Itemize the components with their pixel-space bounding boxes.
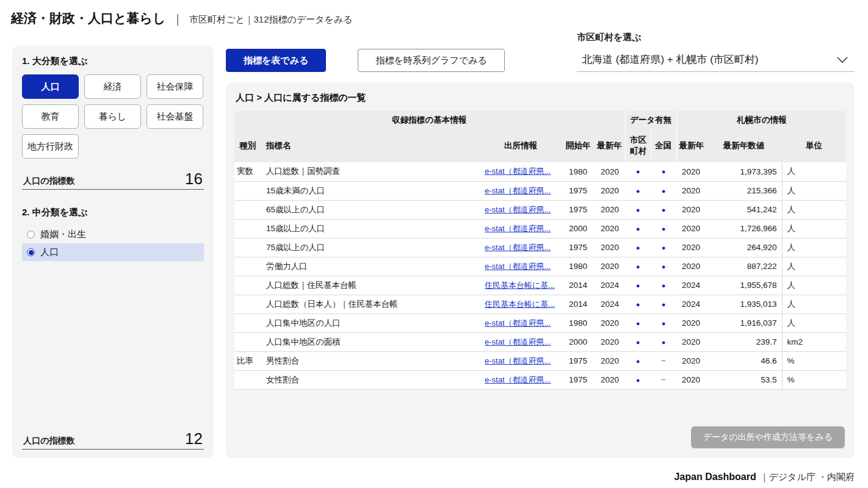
main-panel: 人口 > 人口に属する指標の一覧 収録指標の基本情報 データ有無 札幌市の情報 … — [226, 82, 855, 458]
page-subtitle: 市区町村ごと｜312指標のデータをみる — [189, 14, 353, 26]
category-button-2[interactable]: 社会保障 — [146, 74, 203, 99]
page-title: 経済・財政・人口と暮らし — [11, 10, 165, 27]
municipal-data-mark: ● — [625, 219, 651, 238]
category-button-1[interactable]: 経済 — [84, 74, 141, 99]
table-row: 人口集中地区の面積 e-stat（都道府県... 2000 2020 ● ● 2… — [234, 332, 846, 351]
row-unit: 人 — [782, 219, 846, 238]
page-header: 経済・財政・人口と暮らし ｜ 市区町村ごと｜312指標のデータをみる — [11, 10, 353, 27]
category-button-5[interactable]: 社会基盤 — [146, 104, 203, 129]
view-tabs: 指標を表でみる指標を時系列グラフでみる — [226, 49, 505, 72]
row-value: 53.5 — [706, 370, 782, 389]
indicator-table: 収録指標の基本情報 データ有無 札幌市の情報 種別 指標名 出所情報 開始年 最… — [234, 111, 846, 390]
row-indicator-name: 人口集中地区の面積 — [261, 332, 480, 351]
table-column-header-row: 種別 指標名 出所情報 開始年 最新年 市区町村 全国 最新年 最新年数値 単位 — [234, 129, 846, 162]
row-unit: 人 — [782, 295, 846, 314]
source-link[interactable]: e-stat（都道府県... — [485, 224, 551, 233]
source-link[interactable]: e-stat（都道府県... — [485, 337, 551, 346]
category-button-6[interactable]: 地方行財政 — [22, 134, 79, 159]
municipal-data-mark: ● — [625, 162, 651, 181]
table-row: 人口総数（日本人）｜住民基本台帳 住民基本台帳に基... 2014 2024 ●… — [234, 295, 846, 314]
row-unit: 人 — [782, 200, 846, 219]
data-source-button[interactable]: データの出所や作成方法等をみる — [691, 426, 845, 448]
source-link[interactable]: e-stat（都道府県... — [485, 205, 551, 214]
municipal-data-mark: ● — [625, 351, 651, 370]
subcategory-label: 婚姻・出生 — [40, 229, 86, 240]
source-link[interactable]: 住民基本台帳に基... — [485, 300, 555, 309]
row-latest-year: 2020 — [595, 238, 625, 257]
count-label: 人口の指標数 — [23, 176, 74, 187]
municipal-data-mark: ● — [625, 370, 651, 389]
source-link[interactable]: e-stat（都道府県... — [485, 262, 551, 271]
row-unit: 人 — [782, 314, 846, 332]
category-grid: 人口経済社会保障教育暮らし社会基盤地方行財政 — [22, 74, 204, 159]
major-category-count: 人口の指標数 16 — [22, 163, 204, 190]
chevron-down-icon — [836, 56, 848, 63]
source-link[interactable]: e-stat（都道府県... — [485, 375, 551, 384]
row-unit: 人 — [782, 238, 846, 257]
row-type — [234, 181, 261, 200]
category-button-4[interactable]: 暮らし — [84, 104, 141, 129]
row-indicator-name: 労働力人口 — [261, 257, 480, 276]
table-group-header-row: 収録指標の基本情報 データ有無 札幌市の情報 — [234, 111, 846, 129]
row-type: 実数 — [234, 162, 261, 181]
row-start-year: 1980 — [562, 162, 595, 181]
sub-category-count: 人口の指標数 12 — [22, 423, 204, 450]
row-value-year: 2020 — [676, 370, 706, 389]
municipal-data-mark: ● — [625, 257, 651, 276]
row-start-year: 1975 — [562, 238, 595, 257]
national-data-mark: ● — [651, 276, 676, 295]
national-data-mark: ● — [651, 162, 676, 181]
national-data-mark: ● — [651, 219, 676, 238]
row-indicator-name: 15歳以上の人口 — [261, 219, 480, 238]
row-type — [234, 332, 261, 351]
source-link[interactable]: e-stat（都道府県... — [485, 318, 551, 328]
row-unit: 人 — [782, 276, 846, 295]
municipal-data-mark: ● — [625, 332, 651, 351]
row-latest-year: 2020 — [595, 257, 625, 276]
source-link[interactable]: 住民基本台帳に基... — [485, 281, 555, 290]
row-value-year: 2020 — [676, 162, 706, 181]
national-data-mark: ● — [651, 332, 676, 351]
source-link[interactable]: e-stat（都道府県... — [485, 243, 551, 252]
col-header-type: 種別 — [234, 129, 261, 162]
subcategory-option-0[interactable]: 婚姻・出生 — [22, 226, 204, 243]
row-type: 比率 — [234, 351, 261, 370]
municipal-data-mark: ● — [625, 238, 651, 257]
national-data-mark: ● — [651, 238, 676, 257]
row-indicator-name: 男性割合 — [261, 351, 480, 370]
source-link[interactable]: e-stat（都道府県... — [485, 356, 551, 365]
row-value: 541,242 — [706, 200, 782, 219]
row-value: 215,366 — [706, 181, 782, 200]
row-value-year: 2020 — [676, 351, 706, 370]
row-indicator-name: 15歳未満の人口 — [261, 181, 480, 200]
tab-graph-view[interactable]: 指標を時系列グラフでみる — [358, 49, 504, 72]
col-header-indicator-name: 指標名 — [261, 129, 480, 162]
row-value: 1,973,395 — [706, 162, 782, 181]
row-latest-year: 2020 — [595, 162, 625, 181]
subcategory-list: 婚姻・出生人口 — [22, 226, 204, 261]
row-start-year: 2000 — [562, 219, 595, 238]
row-unit: km2 — [782, 332, 846, 351]
col-header-municipality: 市区町村 — [625, 129, 651, 162]
category-button-0[interactable]: 人口 — [22, 74, 79, 99]
category-button-3[interactable]: 教育 — [22, 104, 79, 129]
count-value: 16 — [185, 171, 203, 187]
col-header-latest-year: 最新年 — [595, 129, 625, 162]
row-value: 264,920 — [706, 238, 782, 257]
row-indicator-name: 人口総数｜国勢調査 — [261, 162, 480, 181]
source-link[interactable]: e-stat（都道府県... — [485, 167, 551, 176]
tab-table-view[interactable]: 指標を表でみる — [226, 49, 326, 72]
col-header-national: 全国 — [651, 129, 676, 162]
row-value-year: 2020 — [676, 238, 706, 257]
region-select[interactable]: 北海道 (都道府県) + 札幌市 (市区町村) — [577, 48, 855, 72]
table-row: 女性割合 e-stat（都道府県... 1975 2020 ● − 2020 5… — [234, 370, 846, 389]
row-value-year: 2024 — [676, 295, 706, 314]
row-value-year: 2024 — [676, 276, 706, 295]
source-link[interactable]: e-stat（都道府県... — [485, 186, 551, 195]
row-unit: 人 — [782, 162, 846, 181]
table-row: 15歳以上の人口 e-stat（都道府県... 2000 2020 ● ● 20… — [234, 219, 846, 238]
table-row: 労働力人口 e-stat（都道府県... 1980 2020 ● ● 2020 … — [234, 257, 846, 276]
count-label: 人口の指標数 — [23, 436, 74, 447]
row-value: 1,916,037 — [706, 314, 782, 332]
subcategory-option-1[interactable]: 人口 — [22, 243, 204, 261]
